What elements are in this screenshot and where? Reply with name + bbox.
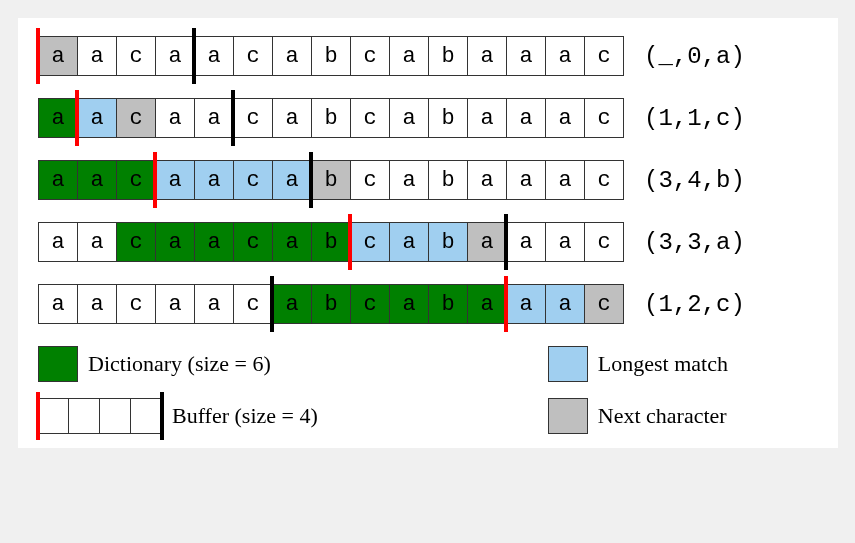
cell-strip: aacaacabcabaaac — [38, 222, 624, 262]
buffer-cell — [68, 398, 100, 434]
char-cell: b — [428, 98, 468, 138]
char-cell: a — [545, 36, 585, 76]
char-cell: b — [428, 222, 468, 262]
char-cell: a — [77, 36, 117, 76]
char-cell: c — [584, 284, 624, 324]
char-cell: a — [272, 222, 312, 262]
encoding-step-row: aacaacabcabaaac(3,3,a) — [38, 222, 818, 262]
legend-buffer: Buffer (size = 4) — [38, 398, 408, 434]
char-cell: c — [116, 98, 156, 138]
buffer-end-marker — [192, 28, 196, 84]
cell-strip: aacaacabcabaaac — [38, 284, 624, 324]
char-cell: a — [155, 98, 195, 138]
buffer-start-marker — [504, 276, 508, 332]
char-cell: a — [77, 284, 117, 324]
buffer-start-marker — [36, 392, 40, 440]
legend-match-label: Longest match — [598, 351, 728, 377]
char-cell: a — [389, 160, 429, 200]
char-cell: c — [233, 98, 273, 138]
char-cell: c — [584, 160, 624, 200]
char-cell: b — [428, 284, 468, 324]
char-cell: a — [155, 36, 195, 76]
char-cell: a — [389, 36, 429, 76]
char-cell: a — [506, 98, 546, 138]
char-cell: a — [155, 160, 195, 200]
char-cell: a — [155, 222, 195, 262]
legend: Dictionary (size = 6) Longest match Buff… — [38, 346, 818, 434]
char-cell: c — [116, 284, 156, 324]
buffer-cell — [130, 398, 162, 434]
char-cell: c — [584, 98, 624, 138]
char-cell: a — [38, 98, 78, 138]
char-cell: b — [311, 284, 351, 324]
legend-dictionary-label: Dictionary (size = 6) — [88, 351, 271, 377]
legend-dictionary: Dictionary (size = 6) — [38, 346, 408, 382]
char-cell: a — [545, 222, 585, 262]
char-cell: b — [311, 98, 351, 138]
encoding-step-row: aacaacabcabaaac(_,0,a) — [38, 36, 818, 76]
char-cell: a — [272, 160, 312, 200]
char-cell: a — [155, 284, 195, 324]
output-tuple: (3,3,a) — [644, 229, 745, 256]
char-cell: c — [350, 36, 390, 76]
cell-strip: aacaacabcabaaac — [38, 98, 624, 138]
next-char-swatch — [548, 398, 588, 434]
buffer-start-marker — [75, 90, 79, 146]
char-cell: c — [584, 36, 624, 76]
char-cell: c — [584, 222, 624, 262]
char-cell: a — [545, 98, 585, 138]
char-cell: a — [77, 160, 117, 200]
match-swatch — [548, 346, 588, 382]
output-tuple: (3,4,b) — [644, 167, 745, 194]
legend-next-label: Next character — [598, 403, 727, 429]
char-cell: a — [506, 160, 546, 200]
char-cell: b — [311, 222, 351, 262]
legend-longest-match: Longest match — [548, 346, 818, 382]
char-cell: c — [350, 284, 390, 324]
char-cell: c — [233, 284, 273, 324]
char-cell: c — [116, 222, 156, 262]
encoding-step-row: aacaacabcabaaac(1,2,c) — [38, 284, 818, 324]
char-cell: a — [272, 284, 312, 324]
char-cell: a — [389, 284, 429, 324]
char-cell: c — [350, 222, 390, 262]
char-cell: c — [350, 98, 390, 138]
char-cell: a — [506, 36, 546, 76]
diagram-canvas: aacaacabcabaaac(_,0,a)aacaacabcabaaac(1,… — [18, 18, 838, 448]
char-cell: a — [38, 284, 78, 324]
encoding-step-row: aacaacabcabaaac(1,1,c) — [38, 98, 818, 138]
char-cell: b — [311, 160, 351, 200]
buffer-cell — [37, 398, 69, 434]
char-cell: a — [194, 222, 234, 262]
buffer-start-marker — [36, 28, 40, 84]
char-cell: c — [350, 160, 390, 200]
encoding-step-row: aacaacabcabaaac(3,4,b) — [38, 160, 818, 200]
buffer-end-marker — [270, 276, 274, 332]
char-cell: a — [467, 222, 507, 262]
char-cell: a — [389, 98, 429, 138]
char-cell: a — [38, 36, 78, 76]
char-cell: a — [545, 284, 585, 324]
char-cell: a — [506, 222, 546, 262]
buffer-end-marker — [160, 392, 164, 440]
buffer-end-marker — [231, 90, 235, 146]
buffer-cell — [99, 398, 131, 434]
char-cell: b — [311, 36, 351, 76]
char-cell: c — [116, 160, 156, 200]
buffer-cells — [38, 398, 162, 434]
buffer-end-marker — [504, 214, 508, 270]
char-cell: a — [506, 284, 546, 324]
char-cell: a — [77, 222, 117, 262]
char-cell: a — [38, 160, 78, 200]
char-cell: a — [467, 284, 507, 324]
output-tuple: (_,0,a) — [644, 43, 745, 70]
char-cell: a — [272, 98, 312, 138]
dictionary-swatch — [38, 346, 78, 382]
buffer-start-marker — [348, 214, 352, 270]
cell-strip: aacaacabcabaaac — [38, 160, 624, 200]
output-tuple: (1,2,c) — [644, 291, 745, 318]
char-cell: a — [389, 222, 429, 262]
output-tuple: (1,1,c) — [644, 105, 745, 132]
char-cell: a — [467, 160, 507, 200]
char-cell: a — [545, 160, 585, 200]
